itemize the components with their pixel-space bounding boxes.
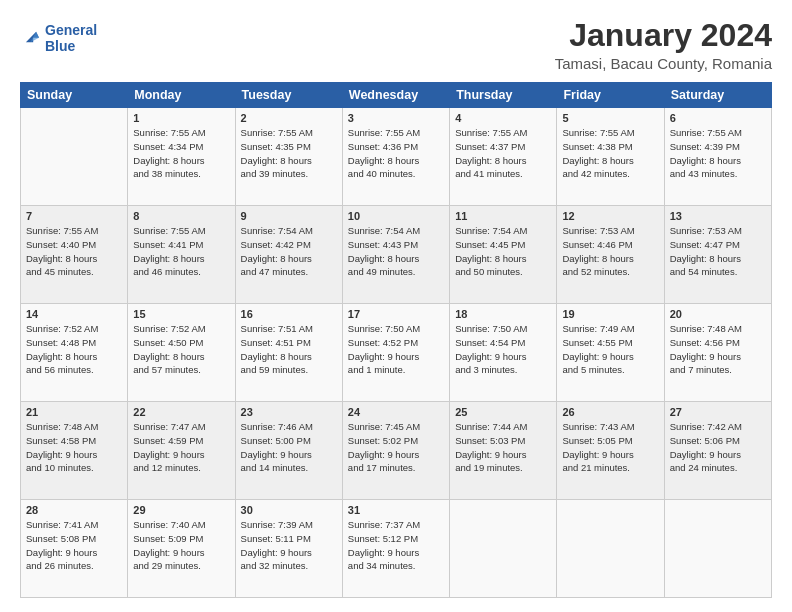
header: General Blue January 2024 Tamasi, Bacau … (20, 18, 772, 72)
day-info: Sunrise: 7:42 AMSunset: 5:06 PMDaylight:… (670, 420, 766, 475)
calendar-cell (21, 108, 128, 206)
day-number: 22 (133, 406, 229, 418)
day-number: 26 (562, 406, 658, 418)
day-info: Sunrise: 7:49 AMSunset: 4:55 PMDaylight:… (562, 322, 658, 377)
calendar-cell (450, 500, 557, 598)
calendar-cell: 28Sunrise: 7:41 AMSunset: 5:08 PMDayligh… (21, 500, 128, 598)
day-info: Sunrise: 7:37 AMSunset: 5:12 PMDaylight:… (348, 518, 444, 573)
logo-text: General Blue (45, 22, 97, 54)
calendar-cell: 8Sunrise: 7:55 AMSunset: 4:41 PMDaylight… (128, 206, 235, 304)
calendar-cell: 14Sunrise: 7:52 AMSunset: 4:48 PMDayligh… (21, 304, 128, 402)
calendar-cell: 21Sunrise: 7:48 AMSunset: 4:58 PMDayligh… (21, 402, 128, 500)
calendar-cell: 6Sunrise: 7:55 AMSunset: 4:39 PMDaylight… (664, 108, 771, 206)
day-number: 20 (670, 308, 766, 320)
day-info: Sunrise: 7:55 AMSunset: 4:39 PMDaylight:… (670, 126, 766, 181)
day-number: 23 (241, 406, 337, 418)
calendar-cell: 15Sunrise: 7:52 AMSunset: 4:50 PMDayligh… (128, 304, 235, 402)
calendar-cell: 23Sunrise: 7:46 AMSunset: 5:00 PMDayligh… (235, 402, 342, 500)
calendar-table: SundayMondayTuesdayWednesdayThursdayFrid… (20, 82, 772, 598)
calendar-cell: 9Sunrise: 7:54 AMSunset: 4:42 PMDaylight… (235, 206, 342, 304)
weekday-wednesday: Wednesday (342, 83, 449, 108)
logo: General Blue (20, 22, 97, 54)
day-info: Sunrise: 7:55 AMSunset: 4:38 PMDaylight:… (562, 126, 658, 181)
day-info: Sunrise: 7:40 AMSunset: 5:09 PMDaylight:… (133, 518, 229, 573)
day-number: 4 (455, 112, 551, 124)
calendar-cell: 30Sunrise: 7:39 AMSunset: 5:11 PMDayligh… (235, 500, 342, 598)
week-row-3: 14Sunrise: 7:52 AMSunset: 4:48 PMDayligh… (21, 304, 772, 402)
day-number: 27 (670, 406, 766, 418)
day-number: 7 (26, 210, 122, 222)
day-number: 9 (241, 210, 337, 222)
page-title: January 2024 (555, 18, 772, 53)
day-info: Sunrise: 7:55 AMSunset: 4:35 PMDaylight:… (241, 126, 337, 181)
day-info: Sunrise: 7:50 AMSunset: 4:52 PMDaylight:… (348, 322, 444, 377)
day-info: Sunrise: 7:45 AMSunset: 5:02 PMDaylight:… (348, 420, 444, 475)
week-row-5: 28Sunrise: 7:41 AMSunset: 5:08 PMDayligh… (21, 500, 772, 598)
day-number: 13 (670, 210, 766, 222)
day-info: Sunrise: 7:55 AMSunset: 4:37 PMDaylight:… (455, 126, 551, 181)
day-number: 18 (455, 308, 551, 320)
calendar-cell: 19Sunrise: 7:49 AMSunset: 4:55 PMDayligh… (557, 304, 664, 402)
day-number: 29 (133, 504, 229, 516)
calendar-cell: 17Sunrise: 7:50 AMSunset: 4:52 PMDayligh… (342, 304, 449, 402)
week-row-4: 21Sunrise: 7:48 AMSunset: 4:58 PMDayligh… (21, 402, 772, 500)
day-info: Sunrise: 7:55 AMSunset: 4:40 PMDaylight:… (26, 224, 122, 279)
calendar-cell: 18Sunrise: 7:50 AMSunset: 4:54 PMDayligh… (450, 304, 557, 402)
day-info: Sunrise: 7:50 AMSunset: 4:54 PMDaylight:… (455, 322, 551, 377)
day-number: 5 (562, 112, 658, 124)
week-row-1: 1Sunrise: 7:55 AMSunset: 4:34 PMDaylight… (21, 108, 772, 206)
day-number: 8 (133, 210, 229, 222)
day-info: Sunrise: 7:53 AMSunset: 4:47 PMDaylight:… (670, 224, 766, 279)
day-info: Sunrise: 7:47 AMSunset: 4:59 PMDaylight:… (133, 420, 229, 475)
calendar-cell: 29Sunrise: 7:40 AMSunset: 5:09 PMDayligh… (128, 500, 235, 598)
day-info: Sunrise: 7:54 AMSunset: 4:43 PMDaylight:… (348, 224, 444, 279)
day-number: 6 (670, 112, 766, 124)
day-number: 25 (455, 406, 551, 418)
calendar-cell: 4Sunrise: 7:55 AMSunset: 4:37 PMDaylight… (450, 108, 557, 206)
page-subtitle: Tamasi, Bacau County, Romania (555, 55, 772, 72)
day-number: 28 (26, 504, 122, 516)
day-number: 19 (562, 308, 658, 320)
day-info: Sunrise: 7:55 AMSunset: 4:41 PMDaylight:… (133, 224, 229, 279)
calendar-cell: 20Sunrise: 7:48 AMSunset: 4:56 PMDayligh… (664, 304, 771, 402)
calendar-cell: 11Sunrise: 7:54 AMSunset: 4:45 PMDayligh… (450, 206, 557, 304)
weekday-header-row: SundayMondayTuesdayWednesdayThursdayFrid… (21, 83, 772, 108)
day-info: Sunrise: 7:54 AMSunset: 4:42 PMDaylight:… (241, 224, 337, 279)
calendar-cell: 27Sunrise: 7:42 AMSunset: 5:06 PMDayligh… (664, 402, 771, 500)
weekday-thursday: Thursday (450, 83, 557, 108)
day-number: 2 (241, 112, 337, 124)
day-number: 17 (348, 308, 444, 320)
calendar-cell: 25Sunrise: 7:44 AMSunset: 5:03 PMDayligh… (450, 402, 557, 500)
page: General Blue January 2024 Tamasi, Bacau … (0, 0, 792, 612)
calendar-cell: 3Sunrise: 7:55 AMSunset: 4:36 PMDaylight… (342, 108, 449, 206)
day-info: Sunrise: 7:51 AMSunset: 4:51 PMDaylight:… (241, 322, 337, 377)
calendar-cell: 10Sunrise: 7:54 AMSunset: 4:43 PMDayligh… (342, 206, 449, 304)
calendar-cell (664, 500, 771, 598)
day-number: 3 (348, 112, 444, 124)
weekday-tuesday: Tuesday (235, 83, 342, 108)
day-number: 31 (348, 504, 444, 516)
weekday-sunday: Sunday (21, 83, 128, 108)
day-info: Sunrise: 7:48 AMSunset: 4:56 PMDaylight:… (670, 322, 766, 377)
calendar-cell: 7Sunrise: 7:55 AMSunset: 4:40 PMDaylight… (21, 206, 128, 304)
day-info: Sunrise: 7:54 AMSunset: 4:45 PMDaylight:… (455, 224, 551, 279)
weekday-friday: Friday (557, 83, 664, 108)
day-info: Sunrise: 7:52 AMSunset: 4:50 PMDaylight:… (133, 322, 229, 377)
title-block: January 2024 Tamasi, Bacau County, Roman… (555, 18, 772, 72)
day-info: Sunrise: 7:43 AMSunset: 5:05 PMDaylight:… (562, 420, 658, 475)
day-number: 30 (241, 504, 337, 516)
calendar-cell: 5Sunrise: 7:55 AMSunset: 4:38 PMDaylight… (557, 108, 664, 206)
calendar-cell: 24Sunrise: 7:45 AMSunset: 5:02 PMDayligh… (342, 402, 449, 500)
day-number: 12 (562, 210, 658, 222)
calendar-cell: 13Sunrise: 7:53 AMSunset: 4:47 PMDayligh… (664, 206, 771, 304)
calendar-cell: 26Sunrise: 7:43 AMSunset: 5:05 PMDayligh… (557, 402, 664, 500)
calendar-cell: 16Sunrise: 7:51 AMSunset: 4:51 PMDayligh… (235, 304, 342, 402)
day-number: 16 (241, 308, 337, 320)
weekday-saturday: Saturday (664, 83, 771, 108)
calendar-cell (557, 500, 664, 598)
calendar-cell: 12Sunrise: 7:53 AMSunset: 4:46 PMDayligh… (557, 206, 664, 304)
day-number: 21 (26, 406, 122, 418)
calendar-cell: 2Sunrise: 7:55 AMSunset: 4:35 PMDaylight… (235, 108, 342, 206)
weekday-monday: Monday (128, 83, 235, 108)
day-info: Sunrise: 7:55 AMSunset: 4:34 PMDaylight:… (133, 126, 229, 181)
